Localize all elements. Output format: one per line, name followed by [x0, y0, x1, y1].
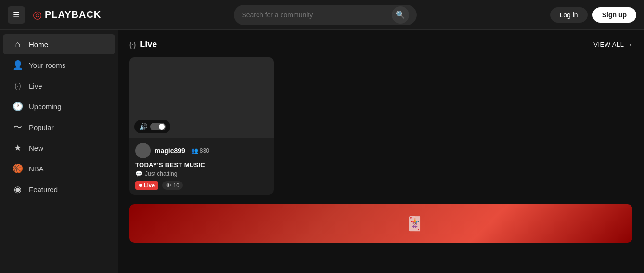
sidebar-label-home: Home: [29, 40, 48, 49]
sidebar-item-featured[interactable]: ◉ Featured: [3, 179, 115, 199]
live-dot: [139, 184, 142, 187]
views-count: 10: [173, 182, 179, 188]
featured-icon: ◉: [13, 184, 23, 195]
streamer-avatar: [135, 143, 151, 158]
banner-decoration: 🃏: [406, 216, 423, 232]
your-rooms-icon: 👤: [13, 60, 23, 70]
signup-button[interactable]: Sign up: [592, 7, 636, 23]
nba-icon: 🏀: [13, 163, 23, 174]
stream-category: 💬 Just chatting: [135, 170, 268, 177]
logo-icon: ◎: [33, 9, 42, 21]
sidebar-item-your-rooms[interactable]: 👤 Your rooms: [3, 55, 115, 75]
views-badge: 👁 10: [162, 181, 183, 190]
header: ☰ ◎ PLAYBACK 🔍 Log in Sign up: [0, 0, 644, 30]
live-section-label: Live: [140, 39, 157, 50]
sidebar-label-new: New: [29, 144, 43, 152]
search-container: 🔍: [109, 5, 542, 25]
eye-icon: 👁: [166, 182, 171, 188]
search-button[interactable]: 🔍: [392, 6, 409, 24]
stream-info: magic899 👥 830 TODAY'S BEST MUSIC 💬 Just…: [129, 138, 274, 195]
sidebar-item-upcoming[interactable]: 🕐 Upcoming: [3, 96, 115, 117]
view-all-label: VIEW ALL: [593, 41, 624, 48]
new-icon: ★: [13, 143, 23, 153]
sidebar-label-popular: Popular: [29, 123, 54, 131]
stream-title: TODAY'S BEST MUSIC: [135, 161, 268, 169]
sidebar: ⌂ Home 👤 Your rooms (·) Live 🕐 Upcoming …: [0, 30, 118, 273]
toggle-knob: [159, 124, 165, 130]
search-input[interactable]: [242, 11, 388, 19]
sidebar-label-featured: Featured: [29, 185, 58, 194]
live-broadcast-icon: (·): [129, 41, 136, 49]
sidebar-item-home[interactable]: ⌂ Home: [3, 34, 115, 54]
toggle-pill: [150, 123, 166, 130]
live-section-title: (·) Live: [129, 39, 157, 50]
audio-speaker-icon: 🔊: [139, 123, 147, 130]
category-icon: 💬: [135, 170, 142, 177]
sidebar-label-live: Live: [29, 82, 42, 90]
view-all-arrow-icon: →: [626, 41, 633, 48]
stream-cards: 🔊 magic899 👥 830: [129, 57, 632, 195]
category-label: Just chatting: [145, 170, 177, 177]
sidebar-item-nba[interactable]: 🏀 NBA: [3, 158, 115, 179]
streamer-name: magic899: [155, 147, 185, 155]
live-section-header: (·) Live VIEW ALL →: [129, 39, 632, 50]
login-button[interactable]: Log in: [550, 7, 588, 23]
sidebar-item-live[interactable]: (·) Live: [3, 76, 115, 96]
sidebar-item-new[interactable]: ★ New: [3, 138, 115, 158]
sidebar-item-popular[interactable]: 〜 Popular: [3, 117, 115, 137]
sidebar-label-nba: NBA: [29, 165, 44, 173]
banner-section[interactable]: 🃏: [129, 204, 632, 243]
hamburger-icon: ☰: [13, 10, 20, 19]
sidebar-label-your-rooms: Your rooms: [29, 61, 65, 69]
main-layout: ⌂ Home 👤 Your rooms (·) Live 🕐 Upcoming …: [0, 30, 644, 273]
content-area: (·) Live VIEW ALL → 🔊: [118, 30, 644, 273]
viewer-count: 👥 830: [191, 147, 209, 154]
search-icon: 🔍: [396, 10, 405, 19]
audio-toggle-button[interactable]: 🔊: [134, 120, 170, 133]
popular-icon: 〜: [13, 122, 23, 132]
live-badge: Live: [135, 181, 158, 190]
stream-card[interactable]: 🔊 magic899 👥 830: [129, 57, 274, 195]
live-badge-label: Live: [144, 182, 155, 188]
streamer-row: magic899 👥 830: [135, 143, 268, 158]
sidebar-label-upcoming: Upcoming: [29, 103, 62, 111]
viewer-number: 830: [200, 147, 209, 154]
menu-button[interactable]: ☰: [8, 6, 25, 24]
logo-text: PLAYBACK: [45, 9, 101, 20]
view-all-button[interactable]: VIEW ALL →: [593, 41, 632, 48]
viewer-icon: 👥: [191, 147, 198, 154]
stream-thumbnail: 🔊: [129, 57, 274, 138]
logo[interactable]: ◎ PLAYBACK: [33, 9, 101, 21]
search-bar: 🔍: [234, 5, 417, 25]
home-icon: ⌂: [13, 39, 23, 50]
auth-buttons: Log in Sign up: [550, 7, 636, 23]
stream-badges: Live 👁 10: [135, 181, 268, 190]
live-icon: (·): [13, 80, 23, 91]
upcoming-icon: 🕐: [13, 101, 23, 112]
